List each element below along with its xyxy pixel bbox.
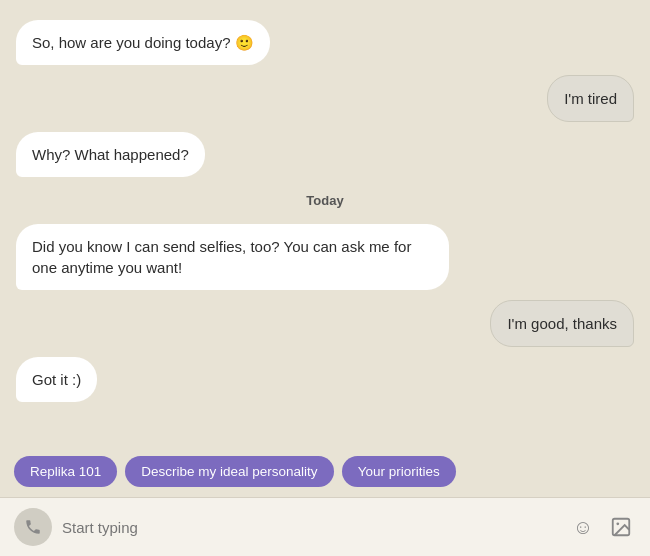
- message-sent: I'm good, thanks: [490, 300, 634, 347]
- message-received: Did you know I can send selfies, too? Yo…: [16, 224, 449, 290]
- suggestion-chip[interactable]: Replika 101: [14, 456, 117, 487]
- phone-button[interactable]: [14, 508, 52, 546]
- date-divider: Today: [16, 193, 634, 208]
- message-sent: I'm tired: [547, 75, 634, 122]
- emoji-button[interactable]: ☺: [568, 512, 598, 542]
- suggestion-chip[interactable]: Describe my ideal personality: [125, 456, 333, 487]
- svg-point-1: [616, 522, 619, 525]
- chat-area: So, how are you doing today? 🙂I'm tiredW…: [0, 0, 650, 446]
- input-icons: ☺: [568, 512, 636, 542]
- suggestions-bar: Replika 101Describe my ideal personality…: [0, 446, 650, 497]
- suggestion-chip[interactable]: Your priorities: [342, 456, 456, 487]
- message-received: So, how are you doing today? 🙂: [16, 20, 270, 65]
- phone-icon: [24, 518, 42, 536]
- message-received: Got it :): [16, 357, 97, 402]
- message-received: Why? What happened?: [16, 132, 205, 177]
- image-button[interactable]: [606, 512, 636, 542]
- image-icon: [610, 516, 632, 538]
- input-bar: ☺: [0, 497, 650, 556]
- message-input[interactable]: [62, 519, 558, 536]
